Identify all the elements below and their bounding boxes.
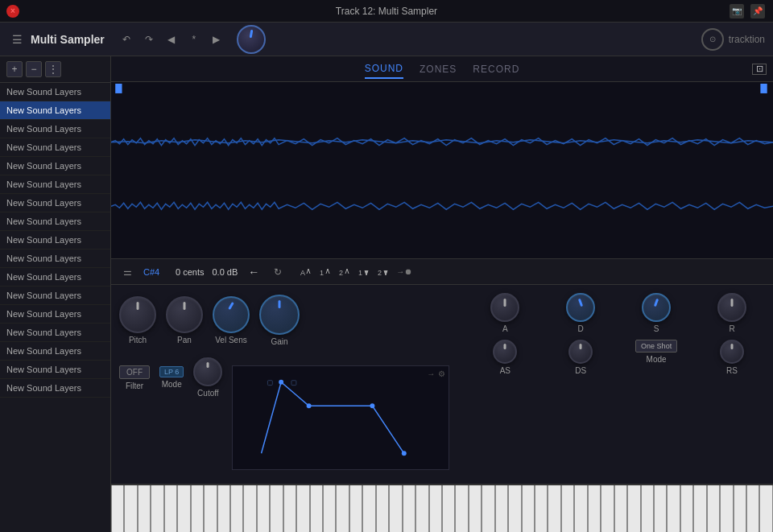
white-key[interactable] (469, 485, 482, 532)
white-key[interactable] (389, 485, 402, 532)
white-key[interactable] (362, 485, 375, 532)
white-key[interactable] (376, 485, 389, 532)
white-key[interactable] (403, 485, 415, 532)
pitch-knob[interactable] (119, 296, 156, 333)
filter-mode-button[interactable]: LP 6 (159, 366, 184, 377)
white-key[interactable] (561, 485, 574, 532)
layer-item-12[interactable]: New Sound Layers (0, 305, 110, 324)
filter-off-button[interactable]: OFF (119, 365, 150, 379)
white-key[interactable] (442, 485, 455, 532)
menu-icon[interactable]: ☰ (8, 31, 26, 48)
white-key[interactable] (217, 485, 230, 532)
white-key[interactable] (707, 485, 720, 532)
white-key[interactable] (522, 485, 535, 532)
white-key[interactable] (429, 485, 442, 532)
bars-icon[interactable]: ⚌ (119, 264, 135, 280)
white-key[interactable] (641, 485, 654, 532)
release-knob[interactable] (717, 293, 746, 322)
white-key[interactable] (548, 485, 560, 532)
remove-layer-button[interactable]: − (26, 61, 42, 77)
layer-item-8[interactable]: New Sound Layers (0, 231, 110, 250)
wave-2a-icon[interactable]: 2 (339, 266, 353, 278)
white-key[interactable] (283, 485, 296, 532)
rs-knob[interactable] (720, 340, 744, 364)
white-key[interactable] (310, 485, 323, 532)
gain-knob[interactable] (259, 295, 300, 335)
white-key[interactable] (455, 485, 468, 532)
white-key[interactable] (177, 485, 190, 532)
decay-knob[interactable] (566, 293, 595, 322)
white-key[interactable] (323, 485, 336, 532)
white-key[interactable] (349, 485, 362, 532)
layer-item-4[interactable]: New Sound Layers (0, 157, 110, 175)
layer-item-5[interactable]: New Sound Layers (0, 175, 110, 194)
white-key[interactable] (627, 485, 640, 532)
pan-knob[interactable] (166, 296, 203, 333)
undo-button[interactable]: ↶ (118, 31, 135, 48)
white-key[interactable] (734, 485, 746, 532)
white-key[interactable] (746, 485, 759, 532)
layer-item-15[interactable]: New Sound Layers (0, 361, 110, 379)
arrow-right-icon[interactable]: →⏺ (397, 266, 411, 278)
white-key[interactable] (296, 485, 309, 532)
attack-knob[interactable] (490, 293, 519, 322)
add-layer-button[interactable]: + (6, 61, 23, 77)
white-key[interactable] (270, 485, 283, 532)
white-key[interactable] (111, 485, 124, 532)
one-shot-button[interactable]: One Shot (635, 340, 677, 353)
white-key[interactable] (680, 485, 693, 532)
more-options-button[interactable]: ⋮ (45, 61, 61, 77)
white-key[interactable] (508, 485, 521, 532)
white-key[interactable] (151, 485, 163, 532)
arrow-left-button[interactable]: ← (246, 264, 262, 280)
white-key[interactable] (693, 485, 706, 532)
layer-item-14[interactable]: New Sound Layers (0, 342, 110, 361)
layer-item-7[interactable]: New Sound Layers (0, 212, 110, 231)
piano-keys-wrapper[interactable] (111, 485, 773, 532)
white-key[interactable] (482, 485, 494, 532)
white-key[interactable] (124, 485, 137, 532)
white-key[interactable] (601, 485, 614, 532)
layer-item-11[interactable]: New Sound Layers (0, 287, 110, 305)
layer-item-2[interactable]: New Sound Layers (0, 120, 110, 138)
redo-button[interactable]: ↷ (140, 31, 158, 48)
white-key[interactable] (495, 485, 508, 532)
white-key[interactable] (415, 485, 428, 532)
sustain-knob[interactable] (642, 293, 671, 322)
camera-icon[interactable]: 📷 (730, 4, 744, 19)
next-button[interactable]: ▶ (208, 31, 225, 48)
tab-zones[interactable]: ZONES (420, 60, 457, 78)
maximize-button[interactable]: ⊡ (752, 64, 767, 75)
layer-item-6[interactable]: New Sound Layers (0, 194, 110, 212)
wave-a-icon[interactable]: A (300, 266, 315, 278)
white-key[interactable] (191, 485, 204, 532)
loop-button[interactable]: ↻ (270, 264, 286, 280)
wave-1b-icon[interactable]: 1 (358, 266, 373, 278)
white-key[interactable] (230, 485, 243, 532)
white-key[interactable] (654, 485, 667, 532)
white-key[interactable] (614, 485, 627, 532)
cutoff-knob[interactable] (193, 357, 222, 386)
white-key[interactable] (164, 485, 177, 532)
white-key[interactable] (535, 485, 548, 532)
layer-item-3[interactable]: New Sound Layers (0, 138, 110, 157)
prev-button[interactable]: ◀ (163, 31, 180, 48)
white-key[interactable] (667, 485, 680, 532)
white-key[interactable] (588, 485, 601, 532)
layer-item-1[interactable]: New Sound Layers (0, 101, 110, 120)
layer-item-0[interactable]: New Sound Layers (0, 83, 110, 101)
close-button[interactable]: × (6, 5, 19, 18)
white-key[interactable] (138, 485, 151, 532)
layer-item-16[interactable]: New Sound Layers (0, 379, 110, 398)
white-key[interactable] (574, 485, 587, 532)
tab-record[interactable]: RECORD (473, 60, 519, 78)
layer-item-9[interactable]: New Sound Layers (0, 250, 110, 268)
layer-item-10[interactable]: New Sound Layers (0, 268, 110, 287)
vel-sens-knob[interactable] (213, 296, 250, 333)
layer-item-13[interactable]: New Sound Layers (0, 324, 110, 342)
as-knob[interactable] (493, 340, 517, 364)
white-key[interactable] (336, 485, 349, 532)
tab-sound[interactable]: SOUND (365, 60, 403, 79)
wave-1-icon[interactable]: 1 (320, 266, 334, 278)
wave-2b-icon[interactable]: 2 (378, 266, 392, 278)
